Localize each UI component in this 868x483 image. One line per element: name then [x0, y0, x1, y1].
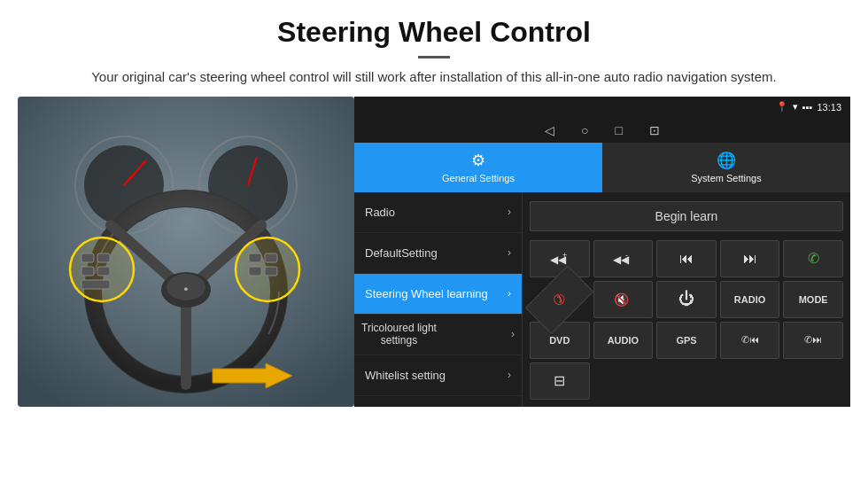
controls-row-4: ⊟ [530, 362, 843, 400]
location-icon: 📍 [776, 101, 788, 113]
back-nav-icon[interactable]: ◁ [545, 123, 554, 137]
controls-panel: Begin learn ◀◀+ ◀◀- ⏮ ⏭ ✆ ✆ [523, 192, 850, 407]
tab-general-label: General Settings [442, 173, 515, 183]
android-panel: 📍 ▾ ▪▪▪ 13:13 ◁ ○ □ ⊡ ⚙ General Settings… [354, 97, 850, 407]
home-nav-icon[interactable]: ○ [581, 123, 588, 137]
svg-rect-26 [265, 267, 277, 276]
menu-radio-arrow: › [508, 206, 511, 218]
header-description: Your original car's steering wheel contr… [53, 67, 815, 88]
status-bar-icons: 📍 ▾ ▪▪▪ 13:13 [776, 101, 841, 113]
menu-tricoloured-label: Tricoloured lightsettings [361, 322, 437, 347]
tab-bar: ⚙ General Settings 🌐 System Settings [354, 143, 850, 192]
svg-rect-23 [249, 253, 261, 262]
begin-learn-row: Begin learn [530, 196, 843, 237]
system-settings-icon: 🌐 [717, 151, 736, 170]
tab-general[interactable]: ⚙ General Settings [354, 143, 602, 192]
audio-button[interactable]: AUDIO [593, 322, 654, 359]
controls-row-3: DVD AUDIO GPS ✆⏮ ✆⏭ [530, 322, 843, 359]
menu-default-arrow: › [508, 246, 511, 259]
tab-system[interactable]: 🌐 System Settings [602, 143, 850, 192]
svg-text:+: + [562, 251, 567, 260]
svg-rect-18 [81, 253, 94, 262]
menu-list: Radio › DefaultSetting › Steering Wheel … [354, 192, 523, 407]
menu-steering-label: Steering Wheel learning [365, 287, 488, 300]
prev-button[interactable]: ⏮ [656, 240, 717, 277]
svg-rect-21 [97, 267, 110, 276]
gps-button[interactable]: GPS [656, 322, 717, 359]
svg-rect-19 [97, 253, 110, 262]
controls-row-2: ✆ 🔇 ⏻ RADIO MODE [530, 281, 843, 318]
svg-rect-24 [265, 253, 277, 262]
phone-pickup-button[interactable]: ✆ [783, 240, 843, 277]
dvd-button[interactable]: DVD [530, 322, 590, 359]
cast-nav-icon[interactable]: ⊡ [649, 123, 660, 137]
content-area: ● [18, 97, 850, 407]
mute-button[interactable]: 🔇 [593, 281, 654, 318]
menu-item-steering[interactable]: Steering Wheel learning › [354, 274, 522, 315]
menu-item-tricoloured[interactable]: Tricoloured lightsettings › [354, 315, 522, 355]
recent-nav-icon[interactable]: □ [616, 123, 623, 137]
svg-rect-25 [249, 267, 261, 276]
phone-next-button[interactable]: ✆⏭ [783, 322, 843, 359]
page-title: Steering Wheel Control [53, 16, 815, 49]
signal-icon: ▪▪▪ [802, 102, 813, 113]
svg-text:-: - [625, 251, 628, 260]
menu-tricoloured-arrow: › [511, 328, 515, 340]
phone-prev-button[interactable]: ✆⏮ [720, 322, 780, 359]
menu-item-radio[interactable]: Radio › [354, 192, 522, 233]
menu-whitelist-arrow: › [508, 369, 511, 381]
header-divider [418, 56, 450, 58]
menu-radio-label: Radio [365, 206, 395, 219]
tab-system-label: System Settings [691, 173, 761, 183]
nav-bar: ◁ ○ □ ⊡ [354, 118, 850, 143]
vol-up-button[interactable]: ◀◀+ [530, 240, 590, 277]
svg-text:●: ● [183, 284, 188, 293]
page-header: Steering Wheel Control Your original car… [0, 0, 868, 97]
menu-steering-arrow: › [508, 287, 511, 300]
power-button[interactable]: ⏻ [656, 281, 717, 318]
svg-rect-20 [81, 267, 94, 276]
vol-down-button[interactable]: ◀◀- [593, 240, 654, 277]
controls-row-1: ◀◀+ ◀◀- ⏮ ⏭ ✆ [530, 240, 843, 277]
menu-item-default[interactable]: DefaultSetting › [354, 233, 522, 274]
mode-button[interactable]: MODE [783, 281, 843, 318]
menu-whitelist-label: Whitelist setting [365, 369, 446, 382]
general-settings-icon: ⚙ [471, 151, 485, 170]
svg-text:🔇: 🔇 [614, 292, 630, 308]
wifi-icon: ▾ [793, 101, 798, 113]
status-bar: 📍 ▾ ▪▪▪ 13:13 [354, 97, 850, 118]
menu-default-label: DefaultSetting [365, 246, 438, 260]
begin-learn-button[interactable]: Begin learn [530, 201, 843, 231]
menu-item-whitelist[interactable]: Whitelist setting › [354, 355, 522, 396]
radio-button[interactable]: RADIO [720, 281, 780, 318]
clock: 13:13 [817, 102, 841, 113]
menu-content: Radio › DefaultSetting › Steering Wheel … [354, 192, 850, 407]
extra-button[interactable]: ⊟ [530, 362, 590, 400]
next-button[interactable]: ⏭ [720, 240, 780, 277]
steering-wheel-image: ● [18, 97, 354, 407]
svg-rect-22 [81, 280, 110, 289]
